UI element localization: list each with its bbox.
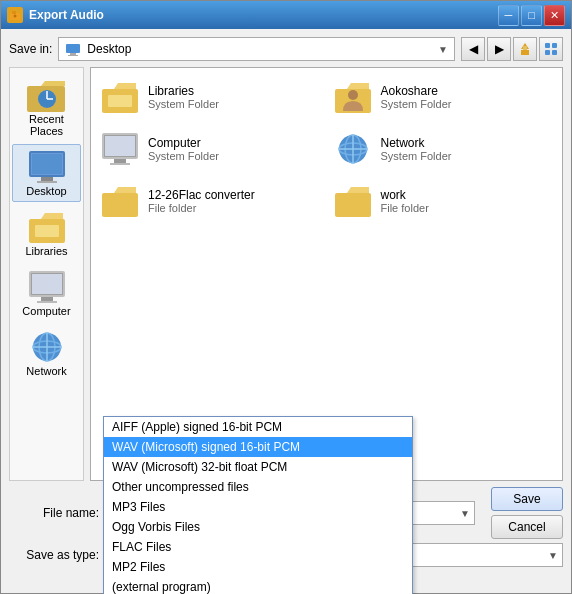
saveastype-arrow: ▼ — [548, 550, 558, 561]
filename-label: File name: — [9, 506, 99, 520]
dropdown-item[interactable]: (external program) — [104, 577, 412, 594]
svg-rect-43 — [110, 163, 130, 165]
saveastype-dropdown: AIFF (Apple) signed 16-bit PCM WAV (Micr… — [103, 416, 413, 594]
file-item-name: Libraries — [148, 84, 219, 98]
svg-rect-9 — [545, 43, 550, 48]
sidebar-label-network: Network — [26, 365, 66, 377]
list-item[interactable]: Network System Folder — [328, 124, 559, 174]
file-item-name: work — [381, 188, 429, 202]
save-cancel-buttons: Save Cancel — [491, 487, 563, 539]
svg-rect-22 — [32, 154, 62, 174]
dropdown-item[interactable]: Other uncompressed files — [104, 477, 412, 497]
file-item-info: Aokoshare System Folder — [381, 84, 452, 110]
svg-rect-21 — [37, 181, 57, 183]
dialog-window: Export Audio ─ □ ✕ Save in: Desktop ▼ ◀ … — [0, 0, 572, 594]
work-folder-icon — [333, 183, 373, 219]
sidebar-item-network[interactable]: Network — [12, 324, 81, 382]
file-item-info: work File folder — [381, 188, 429, 214]
svg-rect-42 — [114, 159, 126, 163]
libraries-icon — [27, 209, 67, 245]
svg-rect-20 — [41, 177, 53, 181]
up-button[interactable] — [513, 37, 537, 61]
save-in-combo[interactable]: Desktop ▼ — [58, 37, 455, 61]
file-item-type: System Folder — [381, 150, 452, 162]
sidebar-item-libraries[interactable]: Libraries — [12, 204, 81, 262]
svg-rect-41 — [105, 136, 135, 156]
svg-rect-1 — [12, 11, 16, 14]
list-item[interactable]: work File folder — [328, 176, 559, 226]
up-icon — [518, 42, 532, 56]
file-item-info: Libraries System Folder — [148, 84, 219, 110]
svg-rect-29 — [37, 301, 57, 303]
title-bar: Export Audio ─ □ ✕ — [1, 1, 571, 29]
file-item-info: Network System Folder — [381, 136, 452, 162]
title-icon — [7, 7, 23, 23]
file-item-info: 12-26Flac converter File folder — [148, 188, 255, 214]
computer-file-icon — [100, 131, 140, 167]
flac-folder-icon — [100, 183, 140, 219]
save-in-arrow: ▼ — [438, 44, 448, 55]
sidebar-label-recent: Recent Places — [15, 113, 78, 137]
file-item-type: System Folder — [381, 98, 452, 110]
dropdown-item[interactable]: AIFF (Apple) signed 16-bit PCM — [104, 417, 412, 437]
file-item-name: 12-26Flac converter — [148, 188, 255, 202]
svg-rect-8 — [523, 46, 527, 50]
maximize-button[interactable]: □ — [521, 5, 542, 26]
svg-point-2 — [14, 15, 17, 18]
forward-button[interactable]: ▶ — [487, 37, 511, 61]
svg-rect-6 — [521, 50, 529, 55]
dropdown-item[interactable]: FLAC Files — [104, 537, 412, 557]
file-item-name: Network — [381, 136, 452, 150]
window-controls: ─ □ ✕ — [498, 5, 565, 26]
file-item-type: System Folder — [148, 98, 219, 110]
save-in-label: Save in: — [9, 42, 52, 56]
dropdown-item[interactable]: WAV (Microsoft) 32-bit float PCM — [104, 457, 412, 477]
close-button[interactable]: ✕ — [544, 5, 565, 26]
dialog-body: Save in: Desktop ▼ ◀ ▶ — [1, 29, 571, 593]
dropdown-item[interactable]: MP3 Files — [104, 497, 412, 517]
svg-rect-36 — [108, 95, 132, 107]
toolbar-buttons: ◀ ▶ — [461, 37, 563, 61]
sidebar-label-computer: Computer — [22, 305, 70, 317]
dropdown-item[interactable]: Ogg Vorbis Files — [104, 517, 412, 537]
list-item[interactable]: 12-26Flac converter File folder — [95, 176, 326, 226]
file-item-type: System Folder — [148, 150, 219, 162]
views-icon — [544, 42, 558, 56]
desktop-icon — [27, 149, 67, 185]
list-item[interactable]: Aokoshare System Folder — [328, 72, 559, 122]
svg-rect-10 — [552, 43, 557, 48]
svg-rect-4 — [70, 53, 76, 55]
cancel-button[interactable]: Cancel — [491, 515, 563, 539]
svg-rect-3 — [66, 44, 80, 53]
dropdown-item[interactable]: WAV (Microsoft) signed 16-bit PCM — [104, 437, 412, 457]
list-item[interactable]: Libraries System Folder — [95, 72, 326, 122]
dropdown-item[interactable]: MP2 Files — [104, 557, 412, 577]
svg-rect-12 — [552, 50, 557, 55]
svg-rect-27 — [32, 274, 62, 294]
filename-arrow: ▼ — [460, 508, 470, 519]
back-button[interactable]: ◀ — [461, 37, 485, 61]
file-item-type: File folder — [381, 202, 429, 214]
libraries-file-icon — [100, 79, 140, 115]
list-item[interactable]: Computer System Folder — [95, 124, 326, 174]
sidebar: Recent Places Desktop — [9, 67, 84, 481]
file-item-name: Aokoshare — [381, 84, 452, 98]
sidebar-item-recent-places[interactable]: Recent Places — [12, 72, 81, 142]
minimize-button[interactable]: ─ — [498, 5, 519, 26]
recent-places-icon — [27, 77, 67, 113]
file-item-info: Computer System Folder — [148, 136, 219, 162]
network-file-icon — [333, 131, 373, 167]
computer-icon — [27, 269, 67, 305]
sidebar-item-desktop[interactable]: Desktop — [12, 144, 81, 202]
svg-rect-49 — [102, 193, 138, 217]
save-in-value: Desktop — [87, 42, 432, 56]
desktop-small-icon — [65, 42, 81, 56]
views-button[interactable] — [539, 37, 563, 61]
file-item-name: Computer — [148, 136, 219, 150]
aokoshare-icon — [333, 79, 373, 115]
save-button[interactable]: Save — [491, 487, 563, 511]
sidebar-item-computer[interactable]: Computer — [12, 264, 81, 322]
window-title: Export Audio — [29, 8, 498, 22]
svg-rect-28 — [41, 297, 53, 301]
svg-rect-50 — [335, 193, 371, 217]
